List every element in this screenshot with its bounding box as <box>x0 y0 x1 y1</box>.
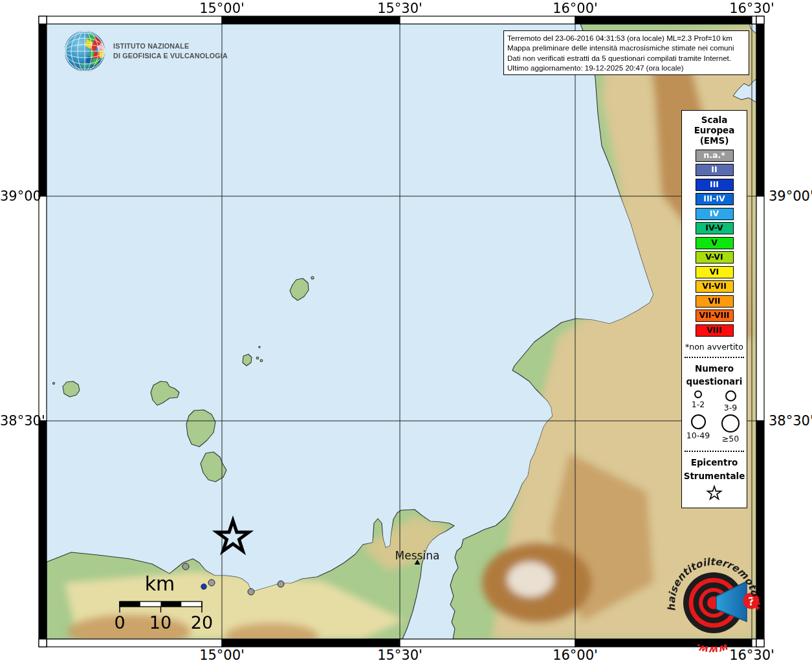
haisentitoilterremoto-logo: ? haisentitoilterremoto.it www. <box>659 546 778 653</box>
info-line-event: Terremoto del 23-06-2016 04:31:53 (ora l… <box>507 33 745 43</box>
intensity-swatch: III-IV <box>696 193 734 205</box>
intensity-swatch: VII-VIII <box>696 309 734 322</box>
intensity-swatch: II <box>696 164 734 176</box>
earthquake-info-box: Terremoto del 23-06-2016 04:31:53 (ora l… <box>503 30 749 75</box>
logo-www-red: www. <box>694 641 730 653</box>
legend-box: Scala Europea (EMS) n.a.* II III III-IV … <box>681 110 747 508</box>
axis-label-lon: 15°00' <box>199 647 245 663</box>
epicenter-star-legend-icon <box>705 484 723 502</box>
frame-corner <box>39 16 47 24</box>
intensity-scale: n.a.* II III III-IV IV IV-V V V-VI VI VI… <box>682 150 747 337</box>
size-key-label: ≥50 <box>722 434 739 444</box>
ingv-logo-text: ISTITUTO NAZIONALE DI GEOFISICA E VULCAN… <box>113 41 228 61</box>
axis-label-lat: 39°00' <box>769 188 812 204</box>
intensity-swatch: VI-VII <box>696 280 734 293</box>
islet <box>260 359 263 362</box>
size-key-label: 1-2 <box>692 399 705 409</box>
scale-bar-unit: km <box>145 572 175 595</box>
city-label-messina: Messina <box>395 549 440 562</box>
questionnaire-count-title: Numero questionari <box>682 362 747 388</box>
size-circle-icon <box>725 390 736 401</box>
axis-label-lat: 39°00' <box>0 188 36 204</box>
questionnaire-title-line1: Numero <box>682 362 747 375</box>
legend-title: Scala Europea (EMS) <box>682 115 747 146</box>
size-key-label: 10-49 <box>686 431 710 440</box>
axis-label-lon: 15°00' <box>199 1 245 16</box>
ingv-logo-line1: ISTITUTO NAZIONALE <box>113 41 228 51</box>
scale-bar-tick: 20 <box>191 612 213 633</box>
legend-title-line1: Scala <box>682 115 747 126</box>
size-circle-icon <box>721 414 740 433</box>
epicenter-title-line1: Epicentro <box>682 456 747 469</box>
intensity-swatch: VIII <box>696 324 734 337</box>
frame-corner <box>39 639 47 647</box>
islet <box>259 346 260 348</box>
epicenter-title-line2: Strumentale <box>682 469 747 482</box>
ingv-globe-icon <box>63 30 106 73</box>
size-key-item: ≥50 <box>714 414 747 444</box>
scale-bar-tick: 10 <box>149 612 171 633</box>
intensity-dot-n.a. <box>278 581 284 587</box>
intensity-dot-III <box>201 584 206 589</box>
islet <box>311 276 314 279</box>
legend-title-line3: (EMS) <box>682 136 747 146</box>
intensity-dot-n.a. <box>248 589 254 595</box>
info-line-updated: Ultimo aggiornamento: 19-12-2025 20:47 (… <box>507 63 745 73</box>
ingv-logo: ISTITUTO NAZIONALE DI GEOFISICA E VULCAN… <box>63 30 236 73</box>
epicenter-legend-title: Epicentro Strumentale <box>682 456 747 482</box>
axis-label-lat: 38°30' <box>769 413 812 429</box>
axis-label-lon: 16°30' <box>729 1 774 16</box>
axis-label-lat: 38°30' <box>0 413 36 429</box>
intensity-swatch: V-VI <box>696 251 734 264</box>
scale-bar-tick: 0 <box>114 612 125 633</box>
logo-curved-www: www. <box>694 641 730 653</box>
intensity-dot-n.a. <box>182 563 189 570</box>
intensity-swatch: V <box>696 237 734 249</box>
questionnaire-title-line2: questionari <box>682 375 747 388</box>
ingv-logo-line2: DI GEOFISICA E VULCANOLOGIA <box>113 51 228 61</box>
legend-title-line2: Europea <box>682 126 747 136</box>
intensity-swatch: VI <box>696 266 734 278</box>
intensity-swatch: n.a.* <box>696 150 734 162</box>
info-line-map-type: Mappa preliminare delle intensità macros… <box>507 43 745 52</box>
intensity-swatch: VII <box>696 295 734 308</box>
legend-footnote: *non avvertito <box>685 342 745 352</box>
axis-label-lon: 15°30' <box>377 647 422 663</box>
intensity-dot-n.a. <box>208 579 215 586</box>
size-circle-icon <box>694 390 702 398</box>
legend-divider <box>685 451 744 452</box>
intensity-swatch: III <box>696 179 734 191</box>
intensity-swatch: IV <box>696 208 734 220</box>
axis-label-lon: 16°00' <box>553 1 598 16</box>
size-key-item: 10-49 <box>682 414 714 444</box>
frame-corner <box>756 16 764 24</box>
island-alicudi <box>63 381 80 397</box>
info-line-data-source: Dati non verificati estratti da 5 questi… <box>507 53 745 63</box>
questionnaire-size-key: 1-2 3-9 10-49 ≥50 <box>682 390 747 445</box>
legend-divider <box>685 357 744 358</box>
axis-label-lon: 16°00' <box>553 647 598 663</box>
islet <box>53 383 55 385</box>
size-key-item: 3-9 <box>714 390 747 412</box>
ingv-macroseismic-map-page: 15°00' 15°30' 16°00' 16°30' 15°00' 15°30… <box>0 0 812 663</box>
size-circle-icon <box>691 414 706 429</box>
axis-label-lon: 15°30' <box>377 1 422 16</box>
size-key-label: 3-9 <box>724 403 737 412</box>
size-key-item: 1-2 <box>682 390 714 412</box>
intensity-swatch: IV-V <box>696 222 734 234</box>
islet <box>256 357 259 359</box>
